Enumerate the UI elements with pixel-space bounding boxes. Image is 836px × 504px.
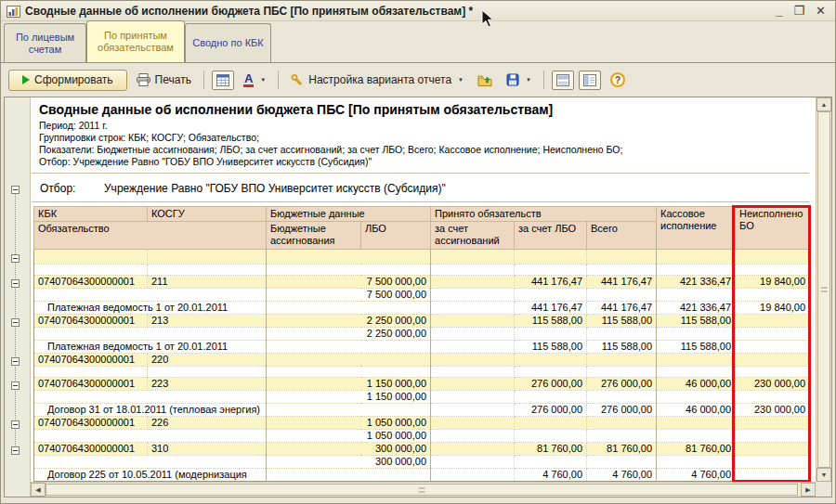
scroll-right-icon[interactable]: ▶ [801, 483, 816, 497]
table-cell[interactable]: 81 760,00 [515, 443, 587, 456]
table-cell[interactable] [34, 250, 148, 265]
table-cell[interactable] [587, 430, 657, 443]
table-cell[interactable]: 230 000,00 [736, 404, 810, 417]
table-cell[interactable] [431, 276, 515, 289]
collapse-icon[interactable] [11, 279, 20, 288]
generate-button[interactable]: Сформировать [8, 70, 127, 91]
table-cell[interactable] [587, 367, 657, 378]
table-cell[interactable] [736, 250, 810, 265]
horizontal-scrollbar[interactable]: ◀ ▶ [31, 482, 816, 497]
table-cell[interactable]: 07407064300000001 [34, 354, 148, 367]
table-cell[interactable]: Платежная ведомость 1 от 20.01.2011 [34, 341, 267, 354]
table-cell[interactable] [736, 289, 810, 302]
maximize-button[interactable]: ❐ [793, 5, 804, 18]
minimize-button[interactable]: _ [776, 5, 782, 18]
table-cell[interactable] [34, 265, 148, 276]
collapse-icon[interactable] [11, 318, 20, 327]
table-cell[interactable] [515, 391, 587, 404]
table-cell[interactable]: 213 [148, 315, 267, 328]
table-cell[interactable]: 230 000,00 [736, 378, 810, 391]
table-cell[interactable]: 4 760,00 [657, 469, 736, 482]
table-cell[interactable]: 441 176,47 [515, 276, 587, 289]
table-cell[interactable] [515, 354, 587, 367]
table-cell[interactable] [587, 417, 657, 430]
toggle-report-header-button[interactable] [552, 71, 574, 90]
table-cell[interactable] [657, 289, 736, 302]
table-cell[interactable] [267, 354, 431, 367]
table-cell[interactable]: 19 840,00 [736, 302, 810, 315]
table-cell[interactable] [148, 265, 267, 276]
table-cell[interactable]: 310 [148, 443, 267, 456]
table-cell[interactable]: 115 588,00 [587, 315, 657, 328]
table-cell[interactable]: 276 000,00 [515, 378, 587, 391]
table-cell[interactable] [736, 430, 810, 443]
table-cell[interactable]: 220 [148, 354, 267, 367]
table-cell[interactable] [587, 289, 657, 302]
table-cell[interactable]: 115 588,00 [657, 341, 736, 354]
table-cell[interactable]: 07407064300000001 [34, 315, 148, 328]
table-cell[interactable] [34, 456, 267, 469]
tab-svodno-po-kbk[interactable]: Сводно по КБК [185, 23, 271, 62]
table-cell[interactable]: 115 588,00 [657, 315, 736, 328]
table-cell[interactable] [736, 328, 810, 341]
table-cell[interactable] [736, 367, 810, 378]
scroll-up-icon[interactable]: ▲ [816, 97, 831, 111]
table-cell[interactable] [736, 391, 810, 404]
table-cell[interactable]: 441 176,47 [587, 276, 657, 289]
table-cell[interactable]: 115 588,00 [515, 341, 587, 354]
table-cell[interactable]: 07407064300000001 [34, 417, 148, 430]
table-cell[interactable] [431, 250, 515, 265]
table-cell[interactable]: 07407064300000001 [34, 276, 148, 289]
table-cell[interactable] [267, 341, 431, 354]
table-cell[interactable]: 115 588,00 [515, 315, 587, 328]
table-cell[interactable] [657, 417, 736, 430]
collapse-icon[interactable] [11, 381, 20, 390]
help-button[interactable]: ? [606, 69, 630, 91]
table-cell[interactable] [587, 265, 657, 276]
table-cell[interactable]: 115 588,00 [587, 341, 657, 354]
table-cell[interactable] [431, 456, 515, 469]
table-cell[interactable] [736, 469, 810, 482]
table-cell[interactable] [515, 417, 587, 430]
collapse-icon[interactable] [11, 254, 20, 263]
toggle-row-headers-button[interactable] [579, 71, 601, 90]
table-cell[interactable] [431, 354, 515, 367]
table-cell[interactable] [657, 456, 736, 469]
table-cell[interactable]: 421 336,47 [657, 276, 736, 289]
table-cell[interactable] [587, 328, 657, 341]
table-cell[interactable] [736, 443, 810, 456]
table-cell[interactable]: 7 500 000,00 [267, 289, 431, 302]
collapse-icon[interactable] [11, 446, 20, 455]
close-button[interactable]: ✕ [816, 5, 826, 18]
table-cell[interactable] [657, 430, 736, 443]
table-cell[interactable] [34, 367, 148, 378]
table-cell[interactable] [587, 354, 657, 367]
table-cell[interactable]: 276 000,00 [587, 404, 657, 417]
table-cell[interactable]: 1 050 000,00 [267, 417, 431, 430]
print-button[interactable]: Печать [132, 70, 196, 90]
table-cell[interactable]: 46 000,00 [657, 378, 736, 391]
table-cell[interactable] [148, 367, 267, 378]
open-variant-button[interactable] [473, 70, 497, 90]
scroll-left-icon[interactable]: ◀ [31, 483, 46, 497]
table-cell[interactable] [587, 391, 657, 404]
table-cell[interactable] [515, 456, 587, 469]
font-appearance-button[interactable]: A ▼ [239, 69, 270, 91]
table-cell[interactable]: 2 250 000,00 [267, 328, 431, 341]
table-cell[interactable]: 1 150 000,00 [267, 378, 431, 391]
table-cell[interactable] [431, 443, 515, 456]
table-cell[interactable]: 46 000,00 [657, 404, 736, 417]
table-cell[interactable]: 81 760,00 [587, 443, 657, 456]
filter-row[interactable]: Отбор: Учреждение Равно "ГОБУ ВПО Универ… [32, 173, 809, 202]
table-cell[interactable] [431, 265, 515, 276]
table-cell[interactable]: 07407064300000001 [34, 378, 148, 391]
table-cell[interactable] [431, 430, 515, 443]
collapse-icon[interactable] [11, 420, 20, 429]
vertical-scrollbar[interactable]: ▲ ▼ [816, 97, 831, 482]
table-cell[interactable]: 19 840,00 [736, 276, 810, 289]
table-cell[interactable] [34, 391, 267, 404]
table-cell[interactable] [657, 328, 736, 341]
table-cell[interactable]: 441 176,47 [587, 302, 657, 315]
table-cell[interactable]: 07407064300000001 [34, 443, 148, 456]
table-cell[interactable] [587, 250, 657, 265]
